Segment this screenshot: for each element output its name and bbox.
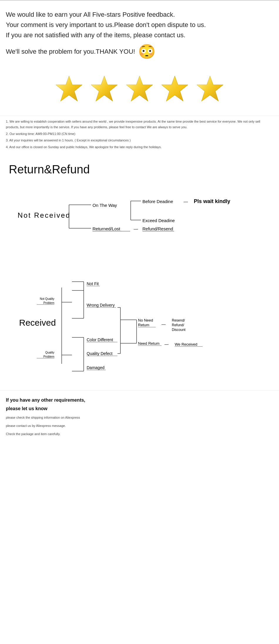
info-point1: 1. We are willing to establish cooperati… bbox=[6, 119, 273, 130]
dash-need-return: — bbox=[164, 342, 169, 346]
emoji-icon: 😳 bbox=[138, 40, 156, 63]
return-refund-section: Return&Refund Not Received On The Way Re… bbox=[0, 157, 279, 390]
info-point3: 3. All your inquiries will be answered i… bbox=[6, 138, 273, 143]
wrong-delivery-text: Wrong Delivery bbox=[87, 303, 115, 307]
no-need-return-text2: Retum bbox=[138, 323, 149, 327]
resend-refund-text: Resend/ bbox=[172, 318, 185, 322]
footer-info1: please check the shipping information on… bbox=[6, 415, 273, 421]
quality-problem-text2: Problem bbox=[43, 355, 54, 358]
we-received-text: We Received bbox=[175, 342, 197, 346]
footer-section: If you have any other requirements, plea… bbox=[0, 390, 279, 440]
feedback-line4: We'll solve the problem for you.THANK YO… bbox=[6, 46, 135, 57]
star-1 bbox=[54, 75, 84, 104]
dash-returned-lost: — bbox=[134, 226, 138, 231]
dash-before-deadline: — bbox=[184, 199, 188, 204]
info-point4: 4. And our office is closed on Sunday an… bbox=[6, 144, 273, 150]
stars-section bbox=[0, 66, 279, 116]
quality-defect-text: Quality Defect bbox=[87, 351, 112, 356]
not-received-text: Not Received bbox=[18, 211, 70, 219]
dash-no-need: — bbox=[162, 322, 166, 327]
return-refund-title: Return&Refund bbox=[9, 163, 273, 176]
not-quality-problem-text2: Problem bbox=[43, 301, 54, 305]
received-text: Received bbox=[19, 318, 56, 327]
svg-marker-3 bbox=[91, 76, 117, 101]
damaged-text: Damaged bbox=[87, 365, 105, 370]
feedback-line3: If you are not satisfied with any of the… bbox=[6, 30, 273, 40]
on-the-way-text: On The Way bbox=[93, 203, 117, 208]
quality-problem-text: Quality bbox=[45, 351, 54, 354]
not-received-diagram: Not Received On The Way Returned/Lost Be… bbox=[15, 185, 267, 249]
exceed-deadline-text: Exceed Deadine bbox=[142, 218, 175, 223]
star-2 bbox=[90, 75, 119, 104]
received-diagram: Received Not Quality Problem Quality Pro… bbox=[15, 264, 267, 381]
feedback-line1: We would like to earn your All Five-star… bbox=[6, 9, 273, 20]
info-point2: 2. Our working time: AM9:00-PM11:00 (CN … bbox=[6, 131, 273, 137]
footer-info2: please contact us by Aliexpress message. bbox=[6, 423, 273, 429]
feedback-line2: Your comment is very important to us.Ple… bbox=[6, 20, 273, 30]
before-deadline-text: Before Deadine bbox=[142, 199, 173, 204]
star-3 bbox=[125, 75, 154, 104]
refund-text: Refund/ bbox=[172, 323, 184, 327]
refund-resend-text: Refund/Resend bbox=[142, 226, 173, 231]
discount-text: Discount bbox=[172, 328, 186, 332]
svg-marker-6 bbox=[162, 76, 188, 101]
feedback-section: We would like to earn your All Five-star… bbox=[0, 1, 279, 66]
color-different-text: Color Different bbox=[87, 337, 113, 342]
info-section: 1. We are willing to establish cooperati… bbox=[0, 116, 279, 157]
feedback-last-line: We'll solve the problem for you.THANK YO… bbox=[6, 40, 273, 63]
footer-info3: Check the package and item carefully. bbox=[6, 431, 273, 437]
no-need-return-text: No Need bbox=[138, 318, 153, 322]
svg-marker-1 bbox=[56, 76, 82, 101]
not-fit-text: Not Fit bbox=[87, 281, 99, 286]
need-return-text: Need Retum bbox=[138, 341, 159, 346]
returned-lost-text: Returned/Lost bbox=[93, 226, 120, 231]
svg-marker-5 bbox=[126, 76, 153, 101]
star-4 bbox=[160, 75, 189, 104]
footer-req-line2: please let us know bbox=[6, 405, 273, 413]
svg-marker-8 bbox=[197, 76, 223, 101]
pls-wait-text: Pls wait kindly bbox=[194, 198, 230, 204]
not-quality-problem-text: Not Quality bbox=[40, 297, 54, 300]
star-5 bbox=[195, 75, 225, 104]
footer-req-line1: If you have any other requirements, bbox=[6, 396, 273, 404]
